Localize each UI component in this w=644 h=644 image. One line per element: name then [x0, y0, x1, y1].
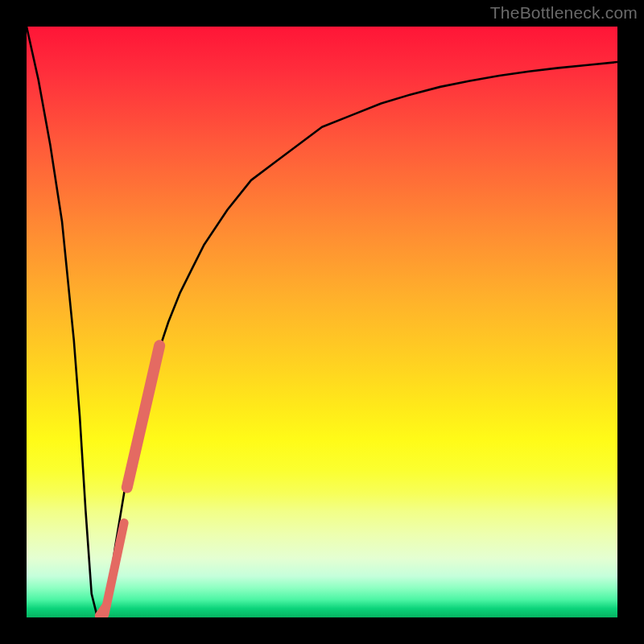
chart-svg [27, 27, 617, 617]
chart-plot-area [27, 27, 617, 617]
watermark-text: TheBottleneck.com [490, 3, 638, 23]
series-highlight-lower [105, 523, 124, 615]
chart-stage: TheBottleneck.com [0, 0, 644, 644]
series-highlight-nub [99, 605, 106, 615]
series-highlight-upper [127, 345, 159, 487]
series-layer [27, 27, 617, 617]
series-bottleneck-curve [27, 27, 617, 617]
